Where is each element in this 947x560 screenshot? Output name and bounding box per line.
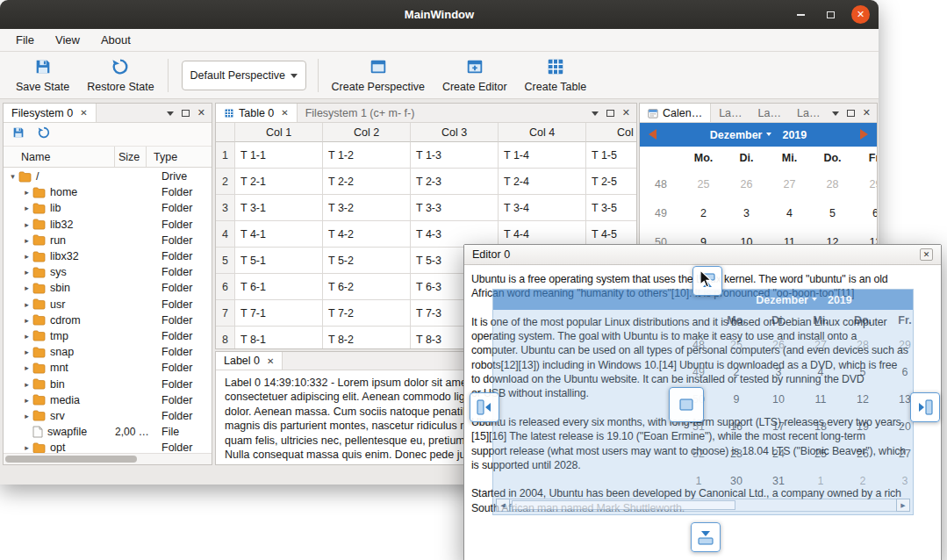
calendar-day[interactable]: 9 xyxy=(715,393,757,406)
table-cell[interactable]: T 3-3 xyxy=(411,195,499,221)
tree-row[interactable]: ▸lib32Folder xyxy=(4,217,212,233)
tree-row[interactable]: ▸runFolder xyxy=(4,233,212,248)
calendar-day[interactable]: 26 xyxy=(842,448,884,460)
calendar-day[interactable]: 10 xyxy=(757,393,800,406)
row-header[interactable]: 5 xyxy=(216,248,235,274)
calendar-day[interactable]: 28 xyxy=(842,339,884,351)
dock-indicator-bottom[interactable] xyxy=(691,522,721,552)
label-tab[interactable]: Label 0 ✕ xyxy=(216,352,283,370)
tree-row[interactable]: ▸tmpFolder xyxy=(4,328,212,344)
table-cell[interactable]: T 2-4 xyxy=(499,169,586,195)
editor-close-button[interactable]: ✕ xyxy=(920,248,933,261)
horizontal-scrollbar[interactable] xyxy=(4,453,212,464)
calendar-day[interactable]: 31 xyxy=(757,475,800,487)
expander-icon[interactable]: ▸ xyxy=(21,348,32,356)
table-cell[interactable]: T 2-5 xyxy=(586,169,636,195)
calendar-day[interactable]: 11 xyxy=(800,393,842,406)
calendar-day[interactable]: 2 xyxy=(842,475,884,487)
calendar-day[interactable]: 23 xyxy=(715,448,757,460)
tree-row[interactable]: ▸snapFolder xyxy=(4,344,212,360)
calendar-month[interactable]: Dezember xyxy=(710,129,772,141)
tree-row[interactable]: ▸binFolder xyxy=(4,376,212,391)
table-tab-0[interactable]: Table 0✕ xyxy=(216,104,298,122)
table-cell[interactable]: T 6-1 xyxy=(235,274,323,300)
calendar-day[interactable]: 29 xyxy=(854,178,877,190)
table-cell[interactable]: T 5-2 xyxy=(323,248,411,274)
tree-row[interactable]: ▸sysFolder xyxy=(4,264,212,280)
table-cell[interactable]: T 7-2 xyxy=(323,300,411,327)
calendar-day[interactable]: 3 xyxy=(757,366,800,378)
column-header[interactable]: Col 3 xyxy=(411,123,499,142)
tree-row[interactable]: ▸mntFolder xyxy=(4,360,212,376)
filesystem-tab[interactable]: Filesystem 0 ✕ xyxy=(4,104,97,122)
tab-close-icon[interactable]: ✕ xyxy=(80,108,87,118)
calendar-tab-0[interactable]: Calen… xyxy=(640,104,711,122)
column-header-size[interactable]: Size xyxy=(115,147,147,167)
calendar-day[interactable]: 6 xyxy=(884,366,914,378)
expander-icon[interactable]: ▸ xyxy=(21,412,32,420)
calendar-day[interactable]: 5 xyxy=(811,207,854,219)
table-cell[interactable]: T 5-1 xyxy=(235,248,323,274)
column-header[interactable]: Col 4 xyxy=(499,123,586,142)
window-titlebar[interactable]: MainWindow ✕ xyxy=(0,0,879,29)
calendar-day[interactable]: 3 xyxy=(725,207,768,219)
table-cell[interactable]: T 1-2 xyxy=(323,142,411,169)
minimize-button[interactable] xyxy=(792,5,810,24)
save-state-button[interactable]: Save State xyxy=(7,54,78,96)
row-header[interactable]: 8 xyxy=(216,327,235,348)
table-cell[interactable]: T 3-2 xyxy=(323,195,411,221)
column-header-name[interactable]: Name xyxy=(4,147,115,167)
next-month-icon[interactable] xyxy=(860,129,868,140)
table-cell[interactable]: T 1-5 xyxy=(586,142,636,169)
tree-row[interactable]: ▸homeFolder xyxy=(4,184,212,200)
expander-icon[interactable]: ▸ xyxy=(21,443,32,452)
expander-icon[interactable]: ▸ xyxy=(21,188,32,197)
undock-icon[interactable] xyxy=(182,110,190,117)
table-cell[interactable]: T 1-4 xyxy=(499,142,586,169)
tree-row[interactable]: ▸libFolder xyxy=(4,200,212,216)
calendar-day[interactable]: 4 xyxy=(800,366,842,378)
table-cell[interactable]: T 4-2 xyxy=(323,221,411,248)
calendar-tab-1[interactable]: La… xyxy=(711,104,750,122)
save-icon[interactable] xyxy=(11,126,25,143)
calendar-day[interactable]: 20 xyxy=(884,420,914,433)
table-cell[interactable]: T 1-3 xyxy=(411,142,499,169)
table-cell[interactable]: T 1-1 xyxy=(235,142,323,169)
expander-icon[interactable]: ▾ xyxy=(7,172,18,181)
expander-icon[interactable]: ▸ xyxy=(21,396,32,405)
calendar-day[interactable]: 25 xyxy=(682,178,725,190)
dock-indicator-right[interactable] xyxy=(910,392,940,422)
calendar-day[interactable]: 3 xyxy=(884,475,914,487)
tab-close-icon[interactable]: ✕ xyxy=(267,356,274,366)
calendar-day[interactable]: 26 xyxy=(725,178,768,190)
calendar-day[interactable]: 1 xyxy=(800,475,842,487)
tree-row[interactable]: swapfile2,00 …File xyxy=(4,424,212,440)
tab-close-icon[interactable]: ✕ xyxy=(281,108,288,118)
panel-close-icon[interactable]: ✕ xyxy=(863,108,871,118)
row-header[interactable]: 6 xyxy=(216,274,235,300)
calendar-day[interactable]: 18 xyxy=(800,420,842,433)
column-header[interactable]: Col 1 xyxy=(235,123,323,142)
calendar-day[interactable]: 2 xyxy=(682,207,725,219)
table-cell[interactable]: T 3-5 xyxy=(586,195,636,221)
restore-icon[interactable] xyxy=(37,126,51,143)
expander-icon[interactable]: ▸ xyxy=(21,332,32,341)
column-header[interactable]: Col 2 xyxy=(323,123,411,142)
expander-icon[interactable]: ▸ xyxy=(21,316,32,325)
calendar-day[interactable]: 5 xyxy=(842,366,884,378)
calendar-year[interactable]: 2019 xyxy=(782,129,807,141)
menu-item-about[interactable]: About xyxy=(90,29,141,51)
tree-row[interactable]: ▸libx32Folder xyxy=(4,248,212,264)
calendar-day[interactable]: 26 xyxy=(757,339,800,351)
table-cell[interactable]: T 6-2 xyxy=(323,274,411,300)
calendar-day[interactable]: 27 xyxy=(884,448,914,460)
table-cell[interactable]: T 2-3 xyxy=(411,169,499,195)
calendar-day[interactable]: 2 xyxy=(715,366,757,378)
menu-item-view[interactable]: View xyxy=(45,29,90,51)
calendar-day[interactable]: 28 xyxy=(811,178,854,190)
calendar-tab-3[interactable]: La… xyxy=(789,104,828,122)
row-header[interactable]: 1 xyxy=(216,142,235,169)
row-header[interactable]: 3 xyxy=(216,195,235,221)
row-header[interactable]: 4 xyxy=(216,221,235,248)
tab-menu-icon[interactable] xyxy=(592,111,599,119)
